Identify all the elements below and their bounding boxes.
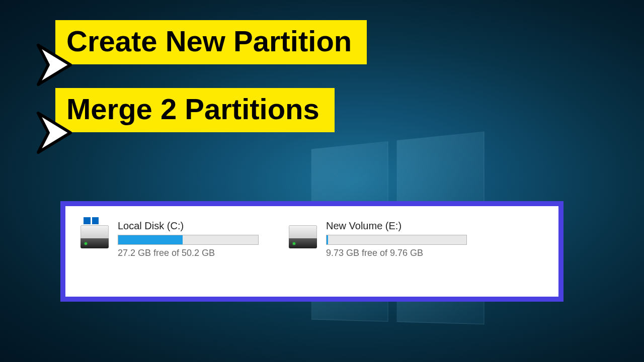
usage-bar-fill <box>327 235 328 244</box>
bullet-row-create: Create New Partition <box>35 20 367 64</box>
usage-bar-fill <box>118 235 183 244</box>
svg-marker-0 <box>38 45 70 84</box>
drive-info: New Volume (E:) 9.73 GB free of 9.76 GB <box>326 220 467 258</box>
drive-info: Local Disk (C:) 27.2 GB free of 50.2 GB <box>118 220 259 258</box>
drive-item-e[interactable]: New Volume (E:) 9.73 GB free of 9.76 GB <box>289 220 467 258</box>
drives-panel: Local Disk (C:) 27.2 GB free of 50.2 GB … <box>65 206 558 297</box>
drive-free-text: 9.73 GB free of 9.76 GB <box>326 248 467 258</box>
drive-name: New Volume (E:) <box>326 220 467 232</box>
drives-panel-border: Local Disk (C:) 27.2 GB free of 50.2 GB … <box>60 201 564 302</box>
svg-marker-1 <box>38 113 70 152</box>
drive-free-text: 27.2 GB free of 50.2 GB <box>118 248 259 258</box>
label-merge-partitions: Merge 2 Partitions <box>55 88 335 132</box>
label-create-partition: Create New Partition <box>55 20 367 64</box>
disk-icon <box>80 220 109 248</box>
drive-item-c[interactable]: Local Disk (C:) 27.2 GB free of 50.2 GB <box>80 220 259 258</box>
usage-bar <box>326 235 467 245</box>
bullet-row-merge: Merge 2 Partitions <box>35 88 335 132</box>
disk-icon <box>289 220 317 248</box>
usage-bar <box>118 235 259 245</box>
drive-name: Local Disk (C:) <box>118 220 259 232</box>
